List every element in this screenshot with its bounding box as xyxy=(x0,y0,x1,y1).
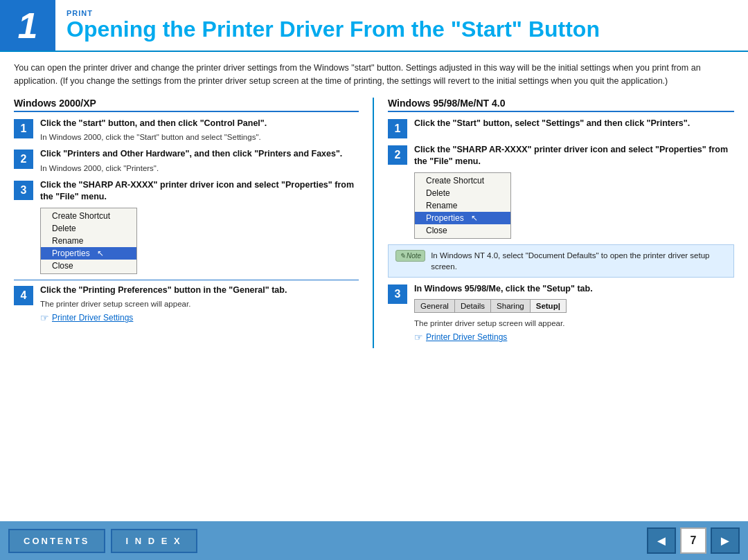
next-page-button[interactable]: ► xyxy=(711,527,740,554)
tab-setup: Setup| xyxy=(531,300,566,312)
intro-paragraph: You can open the printer driver and chan… xyxy=(14,62,734,88)
tab-bar-right: General Details Sharing Setup| xyxy=(414,299,567,313)
step-number-2-right: 2 xyxy=(388,145,407,165)
step-4-left: 4 Click the "Printing Preferences" butto… xyxy=(14,284,359,324)
step-sub-2-left: In Windows 2000, click "Printers". xyxy=(40,163,359,174)
step-content-1-left: Click the "start" button, and then click… xyxy=(40,118,359,143)
note-label: Note xyxy=(407,252,421,260)
chapter-number: 1 xyxy=(0,0,55,51)
footer-nav: ◄ 7 ► xyxy=(647,527,740,554)
tab-general: General xyxy=(415,300,455,312)
header-text-block: PRINT Opening the Printer Driver From th… xyxy=(55,0,611,51)
note-badge: ✎ Note xyxy=(395,250,425,262)
step-main-1-left: Click the "start" button, and then click… xyxy=(40,118,359,130)
right-column: Windows 95/98/Me/NT 4.0 1 Click the "Sta… xyxy=(374,98,734,349)
step-number-2-left: 2 xyxy=(14,150,33,169)
prev-page-button[interactable]: ◄ xyxy=(647,527,676,554)
page-number: 7 xyxy=(680,527,706,554)
menu-item-close-left: Close xyxy=(41,260,136,272)
step-2-right: 2 Click the "SHARP AR-XXXX" printer driv… xyxy=(388,144,734,239)
step-main-3-right: In Windows 95/98/Me, click the "Setup" t… xyxy=(414,283,734,296)
menu-item-delete-right: Delete xyxy=(415,187,510,199)
step-content-2-right: Click the "SHARP AR-XXXX" printer driver… xyxy=(414,144,734,239)
link-ref-right[interactable]: ☞ Printer Driver Settings xyxy=(414,332,734,343)
context-menu-left: Create Shortcut Delete Rename Properties… xyxy=(40,208,137,274)
step-number-3-left: 3 xyxy=(14,181,33,200)
step-main-2-right: Click the "SHARP AR-XXXX" printer driver… xyxy=(414,144,734,168)
footer: CONTENTS I N D E X ◄ 7 ► xyxy=(0,521,748,560)
menu-item-close-right: Close xyxy=(415,224,510,237)
step-sub-4-left: The printer driver setup screen will app… xyxy=(40,298,359,309)
tab-details: Details xyxy=(455,300,491,312)
step-3-left: 3 Click the "SHARP AR-XXXX" printer driv… xyxy=(14,179,359,274)
left-column-heading: Windows 2000/XP xyxy=(14,98,359,112)
menu-item-create-shortcut-right: Create Shortcut xyxy=(415,174,510,187)
page-header: 1 PRINT Opening the Printer Driver From … xyxy=(0,0,748,52)
menu-item-rename-left: Rename xyxy=(41,235,136,247)
page-title: Opening the Printer Driver From the "Sta… xyxy=(66,17,600,42)
step-content-4-left: Click the "Printing Preferences" button … xyxy=(40,284,359,324)
step-1-right: 1 Click the "Start" button, select "Sett… xyxy=(388,118,734,138)
link-text-left[interactable]: Printer Driver Settings xyxy=(52,313,133,323)
menu-item-properties-left: Properties ↖ xyxy=(41,247,136,260)
step-content-3-left: Click the "SHARP AR-XXXX" printer driver… xyxy=(40,179,359,274)
menu-item-delete-left: Delete xyxy=(41,222,136,235)
contents-button[interactable]: CONTENTS xyxy=(8,529,105,553)
link-icon-right: ☞ xyxy=(414,332,423,343)
link-text-right[interactable]: Printer Driver Settings xyxy=(426,332,507,342)
step-main-2-left: Click "Printers and Other Hardware", and… xyxy=(40,148,359,161)
note-text: In Windows NT 4.0, select "Document Defa… xyxy=(431,250,727,272)
menu-item-create-shortcut-left: Create Shortcut xyxy=(41,210,136,222)
two-column-layout: Windows 2000/XP 1 Click the "start" butt… xyxy=(14,98,734,349)
step-2-left: 2 Click "Printers and Other Hardware", a… xyxy=(14,148,359,174)
step-sub-1-left: In Windows 2000, click the "Start" butto… xyxy=(40,132,359,143)
step-content-2-left: Click "Printers and Other Hardware", and… xyxy=(40,148,359,174)
step-number-1-right: 1 xyxy=(388,119,407,138)
divider-left xyxy=(14,280,359,280)
step-3-right: 3 In Windows 95/98/Me, click the "Setup"… xyxy=(388,283,734,343)
step-main-4-left: Click the "Printing Preferences" button … xyxy=(40,284,359,297)
step-content-3-right: In Windows 95/98/Me, click the "Setup" t… xyxy=(414,283,734,343)
step-sub-3-right: The printer driver setup screen will app… xyxy=(414,318,734,329)
link-icon-left: ☞ xyxy=(40,312,49,323)
right-column-heading: Windows 95/98/Me/NT 4.0 xyxy=(388,98,734,112)
index-button[interactable]: I N D E X xyxy=(111,529,197,553)
step-number-3-right: 3 xyxy=(388,284,407,304)
menu-item-properties-right: Properties ↖ xyxy=(415,212,510,224)
step-main-1-right: Click the "Start" button, select "Settin… xyxy=(414,118,734,130)
step-main-3-left: Click the "SHARP AR-XXXX" printer driver… xyxy=(40,179,359,204)
step-number-1-left: 1 xyxy=(14,119,33,138)
left-column: Windows 2000/XP 1 Click the "start" butt… xyxy=(14,98,374,349)
context-menu-right: Create Shortcut Delete Rename Properties… xyxy=(414,172,511,239)
prev-arrow-icon: ◄ xyxy=(654,533,668,549)
menu-item-rename-right: Rename xyxy=(415,199,510,212)
next-arrow-icon: ► xyxy=(718,533,732,549)
link-ref-left[interactable]: ☞ Printer Driver Settings xyxy=(40,312,359,323)
note-icon: ✎ xyxy=(400,252,405,260)
step-content-1-right: Click the "Start" button, select "Settin… xyxy=(414,118,734,130)
tab-sharing: Sharing xyxy=(491,300,531,312)
note-block: ✎ Note In Windows NT 4.0, select "Docume… xyxy=(388,244,734,278)
step-1-left: 1 Click the "start" button, and then cli… xyxy=(14,118,359,143)
main-content: You can open the printer driver and chan… xyxy=(0,52,748,521)
step-number-4-left: 4 xyxy=(14,286,33,305)
